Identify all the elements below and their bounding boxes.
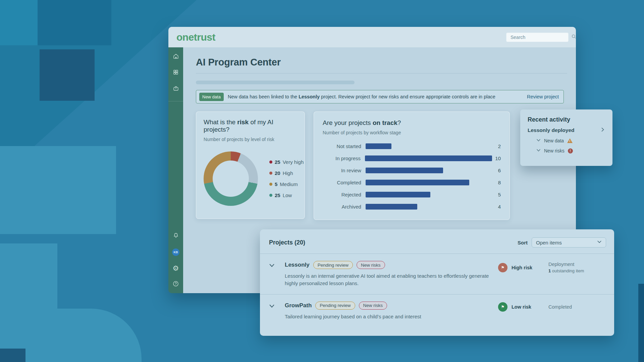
legend-dot — [269, 194, 272, 197]
bar-fill — [366, 168, 443, 173]
risk-card: What is the risk of my AI projects? Numb… — [196, 111, 305, 219]
sidebar-item-apps[interactable] — [172, 69, 180, 77]
sidebar-item-settings[interactable]: ⚙ — [172, 264, 180, 272]
top-bar: onetrust — [168, 27, 576, 47]
sidebar-user-avatar[interactable]: KB — [172, 248, 180, 256]
project-name: GrowPath — [285, 302, 312, 309]
bar-row: Rejected 5 — [323, 192, 501, 197]
background-shape — [0, 146, 116, 234]
risk-indicator-circle flag-icon: ⚑ — [498, 263, 507, 272]
bar-row: Completed 8 — [323, 180, 501, 185]
sidebar-item-help[interactable] — [172, 280, 180, 288]
bar-row: Not started 2 — [323, 143, 501, 149]
projects-title: Projects (20) — [269, 239, 305, 246]
sidebar-item-projects[interactable] — [172, 85, 180, 93]
chevron-down-icon[interactable] — [536, 148, 541, 153]
bar-fill — [366, 143, 391, 149]
sidebar-item-home[interactable] — [172, 53, 180, 61]
project-row-growpath[interactable]: GrowPath Pending review New risks Tailor… — [260, 295, 614, 327]
risk-indicator: ⚑ High risk — [498, 263, 548, 272]
background-shape — [0, 349, 25, 362]
project-stage: Deployment 1 outstanding item — [548, 262, 606, 273]
bar-fill — [366, 180, 469, 185]
workflow-card: Are your projects on track? Number of pr… — [314, 111, 510, 220]
chevron-down-icon[interactable] — [536, 138, 541, 143]
bar-row: Archived 4 — [323, 204, 501, 210]
onetrust-logo: onetrust — [176, 32, 215, 43]
banner-message: New data has been linked to the Lessonly… — [228, 94, 495, 99]
risk-donut — [204, 151, 258, 206]
project-stage: Completed — [548, 304, 606, 310]
bell-icon — [173, 232, 179, 240]
recent-activity-title: Recent activity — [528, 116, 605, 123]
search-input[interactable] — [511, 35, 571, 40]
outstanding-items: 1 outstanding item — [548, 268, 606, 273]
sort-dropdown[interactable]: Open items — [532, 237, 606, 247]
chevron-down-icon — [597, 239, 602, 245]
sidebar-item-notifications[interactable] — [172, 232, 180, 240]
legend-dot — [269, 161, 272, 164]
error-circle-icon: ! — [568, 148, 573, 153]
sidebar-divider — [168, 101, 183, 101]
sort-label: Sort — [518, 240, 528, 245]
legend-dot — [269, 183, 272, 186]
legend-item: 25 Very high — [269, 159, 304, 165]
bar-fill — [365, 155, 492, 161]
briefcase-icon — [173, 85, 179, 93]
recent-activity-panel: Recent activity Lessonly deployed New da… — [520, 109, 612, 166]
desktop-background: onetrust — [0, 0, 644, 362]
project-description: Lessonly is an internal generative AI to… — [285, 272, 493, 287]
status-badge-pending-review: Pending review — [315, 302, 355, 310]
loading-skeleton — [196, 81, 355, 84]
sidebar: KB ⚙ — [168, 47, 183, 293]
background-shape — [638, 284, 644, 362]
recent-subitem-new-data[interactable]: New data — [528, 138, 605, 143]
gear-icon: ⚙ — [173, 264, 179, 272]
background-shape — [0, 243, 57, 362]
risk-legend: 25 Very high 20 High 5 — [269, 159, 304, 198]
project-name: Lessonly — [285, 262, 310, 268]
background-shape — [38, 0, 111, 45]
apps-grid-icon — [173, 69, 179, 77]
risk-label: High risk — [512, 265, 532, 270]
risk-card-title: What is the risk of my AI projects? — [204, 119, 297, 133]
chevron-right-icon[interactable] — [600, 127, 605, 133]
project-row-lessonly[interactable]: Lessonly Pending review New risks Lesson… — [260, 254, 614, 294]
recent-activity-item: Lessonly deployed — [528, 127, 575, 133]
workflow-bar-chart: Not started 2 In progress 10 In review — [323, 143, 501, 210]
warning-triangle-icon — [567, 138, 573, 143]
help-icon — [172, 280, 179, 288]
legend-dot — [269, 172, 272, 175]
chevron-down-icon[interactable] — [269, 303, 275, 310]
workflow-card-title: Are your projects on track? — [323, 119, 501, 127]
projects-panel: Projects (20) Sort Open items — [260, 229, 614, 336]
background-shape — [40, 49, 95, 101]
risk-label: Low risk — [512, 304, 531, 310]
new-data-banner: New data New data has been linked to the… — [196, 90, 564, 103]
legend-item: 20 High — [269, 170, 304, 176]
recent-subitem-new-risks[interactable]: New risks ! — [528, 148, 605, 153]
chevron-down-icon[interactable] — [269, 263, 275, 270]
risk-indicator: ⚑ Low risk — [498, 302, 548, 312]
background-shape — [0, 0, 38, 45]
legend-item: 5 Medium — [269, 181, 304, 187]
status-badge-new-risks: New risks — [359, 302, 387, 310]
page-title: AI Program Center — [196, 57, 567, 68]
search-box[interactable] — [506, 33, 569, 42]
title-divider — [196, 73, 567, 74]
background-shape — [57, 309, 142, 362]
workflow-card-subtitle: Number of projects by workflow stage — [323, 130, 501, 135]
project-description: Tailored learning journey based on a chi… — [285, 313, 421, 320]
home-icon — [173, 53, 179, 61]
bar-row: In progress 10 — [323, 155, 501, 161]
search-icon — [571, 34, 576, 40]
bar-row: In review 6 — [323, 168, 501, 173]
status-badge-new-risks: New risks — [357, 261, 385, 269]
status-badge-pending-review: Pending review — [313, 261, 353, 269]
bar-fill — [366, 192, 430, 197]
new-data-badge: New data — [199, 93, 224, 101]
risk-indicator-circle flag-icon: ⚑ — [498, 302, 507, 312]
review-project-link[interactable]: Review project — [527, 94, 559, 99]
risk-card-subtitle: Number of projects by level of risk — [204, 137, 297, 142]
sort-value: Open items — [536, 240, 597, 245]
